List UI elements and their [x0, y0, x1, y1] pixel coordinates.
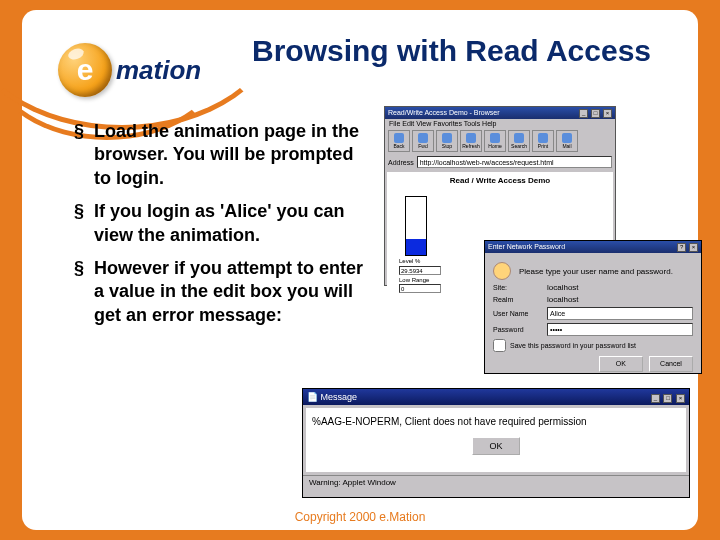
- mail-icon: [562, 133, 572, 143]
- window-controls: _ □ ×: [650, 389, 685, 405]
- stop-icon: [442, 133, 452, 143]
- logo-text: mation: [116, 55, 201, 86]
- minimize-icon[interactable]: _: [651, 394, 660, 403]
- toolbar-label: Fwd: [418, 143, 427, 149]
- toolbar-label: Print: [538, 143, 548, 149]
- toolbar-label: Mail: [562, 143, 571, 149]
- slide-inner: e mation Browsing with Read Access Load …: [22, 10, 698, 530]
- toolbar-search[interactable]: Search: [508, 130, 530, 152]
- login-prompt: Please type your user name and password.: [519, 267, 673, 276]
- message-text: %AAG-E-NOPERM, Client does not have requ…: [312, 416, 680, 427]
- browser-menu[interactable]: File Edit View Favorites Tools Help: [385, 119, 615, 128]
- message-dialog: 📄 Message _ □ × %AAG-E-NOPERM, Client do…: [302, 388, 690, 498]
- toolbar-home[interactable]: Home: [484, 130, 506, 152]
- range-input[interactable]: [399, 284, 441, 293]
- forward-icon: [418, 133, 428, 143]
- address-input[interactable]: [417, 156, 612, 168]
- logo: e mation: [58, 40, 218, 100]
- logo-icon: e: [58, 43, 112, 97]
- save-password-checkbox[interactable]: [493, 339, 506, 352]
- page-title: Read / Write Access Demo: [387, 172, 613, 189]
- browser-title: Read/Write Access Demo - Browser: [388, 107, 500, 119]
- realm-value: localhost: [547, 295, 579, 304]
- message-titlebar: 📄 Message _ □ ×: [303, 389, 689, 405]
- save-password-label: Save this password in your password list: [510, 342, 636, 349]
- message-title: 📄 Message: [307, 389, 357, 405]
- site-label: Site:: [493, 284, 543, 291]
- username-input[interactable]: [547, 307, 693, 320]
- print-icon: [538, 133, 548, 143]
- bullet-list: Load the animation page in the browser. …: [74, 120, 374, 337]
- browser-toolbar: Back Fwd Stop Refresh Home Search Print …: [385, 128, 615, 154]
- password-label: Password: [493, 326, 543, 333]
- cancel-button[interactable]: Cancel: [649, 356, 693, 372]
- toolbar-label: Back: [393, 143, 404, 149]
- window-controls: ? ×: [676, 241, 698, 253]
- message-status: Warning: Applet Window: [303, 475, 689, 489]
- level-fill: [406, 239, 426, 255]
- toolbar-forward[interactable]: Fwd: [412, 130, 434, 152]
- toolbar-back[interactable]: Back: [388, 130, 410, 152]
- bullet-item: If you login as 'Alice' you can view the…: [74, 200, 374, 247]
- login-title: Enter Network Password: [488, 241, 565, 253]
- key-icon: [493, 262, 511, 280]
- maximize-icon[interactable]: □: [591, 109, 600, 118]
- toolbar-refresh[interactable]: Refresh: [460, 130, 482, 152]
- maximize-icon[interactable]: □: [663, 394, 672, 403]
- range-label: Low Range: [399, 277, 429, 283]
- realm-label: Realm: [493, 296, 543, 303]
- home-icon: [490, 133, 500, 143]
- login-dialog: Enter Network Password ? × Please type y…: [484, 240, 702, 374]
- copyright: Copyright 2000 e.Mation: [22, 510, 698, 524]
- address-label: Address: [388, 159, 414, 166]
- window-controls: _ □ ×: [578, 107, 612, 119]
- close-icon[interactable]: ×: [603, 109, 612, 118]
- level-label: Level %: [399, 258, 420, 264]
- search-icon: [514, 133, 524, 143]
- slide-title: Browsing with Read Access: [252, 34, 720, 68]
- toolbar-mail[interactable]: Mail: [556, 130, 578, 152]
- bullet-item: Load the animation page in the browser. …: [74, 120, 374, 190]
- minimize-icon[interactable]: _: [579, 109, 588, 118]
- slide: e mation Browsing with Read Access Load …: [0, 0, 720, 540]
- toolbar-label: Home: [488, 143, 501, 149]
- toolbar-stop[interactable]: Stop: [436, 130, 458, 152]
- toolbar-label: Refresh: [462, 143, 480, 149]
- username-label: User Name: [493, 310, 543, 317]
- password-input[interactable]: [547, 323, 693, 336]
- bullet-item: However if you attempt to enter a value …: [74, 257, 374, 327]
- back-icon: [394, 133, 404, 143]
- ok-button[interactable]: OK: [599, 356, 643, 372]
- close-icon[interactable]: ×: [676, 394, 685, 403]
- toolbar-label: Search: [511, 143, 527, 149]
- browser-titlebar: Read/Write Access Demo - Browser _ □ ×: [385, 107, 615, 119]
- level-input[interactable]: [399, 266, 441, 275]
- help-icon[interactable]: ?: [677, 243, 686, 252]
- toolbar-label: Stop: [442, 143, 452, 149]
- refresh-icon: [466, 133, 476, 143]
- site-value: localhost: [547, 283, 579, 292]
- ok-button[interactable]: OK: [472, 437, 520, 455]
- login-titlebar: Enter Network Password ? ×: [485, 241, 701, 253]
- close-icon[interactable]: ×: [689, 243, 698, 252]
- toolbar-print[interactable]: Print: [532, 130, 554, 152]
- level-bar: [405, 196, 427, 256]
